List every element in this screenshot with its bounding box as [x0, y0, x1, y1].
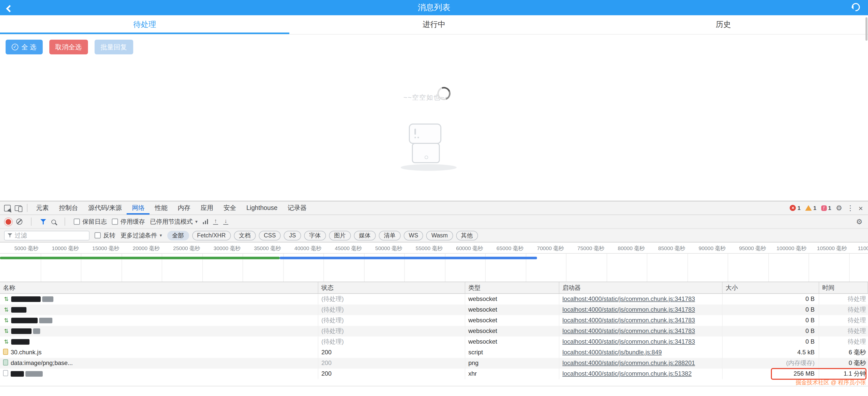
chevron-down-icon: ▾	[195, 219, 197, 224]
filter-pill-4[interactable]: JS	[284, 231, 301, 240]
network-request-row[interactable]: data:image/png;base...200pnglocalhost:40…	[0, 358, 868, 368]
column-header-3[interactable]: 启动器	[559, 282, 722, 293]
initiator-link[interactable]: localhost:4000/static/js/common.chunk.js…	[562, 338, 695, 345]
devtools-tab-2[interactable]: 源代码/来源	[83, 201, 127, 214]
column-header-0[interactable]: 名称	[0, 282, 318, 293]
devtools-tab-8[interactable]: Lighthouse	[241, 201, 282, 214]
scrollbar[interactable]	[865, 17, 867, 41]
robot-illustration-shadow	[401, 164, 457, 171]
disable-cache-label: 停用缓存	[121, 217, 145, 226]
network-request-row[interactable]: ⇅(待处理)websocketlocalhost:4000/static/js/…	[0, 315, 868, 326]
record-network-log-button[interactable]	[6, 219, 11, 225]
timeline-tick: 40000 毫秒	[284, 245, 321, 252]
devtools-tab-bar: 元素控制台源代码/来源网络性能内存应用安全Lighthouse记录器 × 1 1…	[0, 201, 868, 215]
devtools-tab-5[interactable]: 内存	[173, 201, 195, 214]
app-tab-0[interactable]: 待处理	[0, 15, 289, 34]
preserve-log-checkbox[interactable]: 保留日志	[74, 217, 107, 226]
batch-reply-button[interactable]: 批量回复	[94, 40, 133, 55]
import-har-button[interactable]: ↑	[213, 219, 218, 225]
invert-filter-checkbox[interactable]: 反转	[95, 231, 116, 240]
network-settings-gear-icon[interactable]: ⚙	[856, 218, 862, 225]
disable-cache-checkbox[interactable]: 停用缓存	[112, 217, 145, 226]
close-devtools-icon[interactable]: ×	[858, 204, 863, 212]
filter-pill-2[interactable]: 文档	[234, 231, 256, 240]
more-filters-dropdown[interactable]: 更多过滤条件 ▾	[121, 231, 162, 240]
devtools-tab-7[interactable]: 安全	[218, 201, 241, 214]
filter-pill-1[interactable]: Fetch/XHR	[192, 231, 231, 240]
request-time-cell: 待处理	[819, 304, 868, 315]
error-count-badge[interactable]: × 1	[790, 205, 801, 211]
throttling-dropdown[interactable]: 已停用节流模式 ▾	[150, 217, 197, 226]
filter-pill-7[interactable]: 媒体	[354, 231, 376, 240]
filter-pill-6[interactable]: 图片	[329, 231, 351, 240]
devtools-tab-9[interactable]: 记录器	[282, 201, 312, 214]
app-tab-2[interactable]: 历史	[579, 15, 868, 34]
app-tab-1[interactable]: 进行中	[289, 15, 579, 34]
refresh-button[interactable]	[852, 3, 861, 12]
timeline-overview[interactable]	[0, 254, 868, 282]
network-conditions-icon[interactable]	[203, 219, 208, 224]
issues-count-badge[interactable]: ! 1	[821, 205, 831, 211]
initiator-link[interactable]: localhost:4000/static/js/common.chunk.js…	[562, 295, 695, 302]
initiator-link[interactable]: localhost:4000/static/js/common.chunk.js…	[562, 317, 695, 324]
devtools-tab-6[interactable]: 应用	[195, 201, 218, 214]
initiator-link[interactable]: localhost:4000/static/js/common.chunk.js…	[562, 370, 691, 377]
chevron-down-icon: ▾	[160, 233, 162, 238]
devtools-tab-4[interactable]: 性能	[150, 201, 173, 214]
image-file-icon	[3, 359, 8, 365]
devtools-tab-3[interactable]: 网络	[127, 201, 150, 214]
network-request-row[interactable]: ⇅(待处理)websocketlocalhost:4000/static/js/…	[0, 326, 868, 336]
filter-pill-5[interactable]: 字体	[304, 231, 326, 240]
timeline-tick: 70000 毫秒	[526, 245, 564, 252]
websocket-icon: ⇅	[3, 316, 10, 326]
timeline-tick: 80000 毫秒	[607, 245, 645, 252]
filter-toggle-icon[interactable]	[40, 219, 46, 225]
column-header-5[interactable]: 时间	[819, 282, 868, 293]
initiator-link[interactable]: localhost:4000/static/js/common.chunk.js…	[562, 327, 695, 334]
screen: 消息列表 待处理进行中历史 ✓ 全 选 取消全选 批量回复 ~~空空如也~~ 元…	[0, 0, 868, 396]
request-time-cell: 0 毫秒	[819, 358, 868, 368]
timeline-ruler: 5000 毫秒10000 毫秒15000 毫秒20000 毫秒25000 毫秒3…	[0, 242, 868, 254]
devtools-bottom-space	[0, 386, 868, 395]
checkbox-icon	[95, 232, 101, 238]
device-toolbar-icon[interactable]	[15, 205, 21, 211]
filter-pill-10[interactable]: Wasm	[426, 231, 453, 240]
clear-network-log-button[interactable]	[16, 219, 22, 225]
request-name-cell: data:image/png;base...	[0, 358, 318, 368]
select-all-button[interactable]: ✓ 全 选	[6, 40, 42, 55]
network-filter-input[interactable]: 过滤	[4, 231, 90, 240]
column-header-2[interactable]: 类型	[465, 282, 559, 293]
filter-pill-11[interactable]: 其他	[456, 231, 478, 240]
devtools-tab-1[interactable]: 控制台	[54, 201, 83, 214]
filter-pill-8[interactable]: 清单	[379, 231, 401, 240]
filter-pill-9[interactable]: WS	[404, 231, 423, 240]
checkbox-icon	[74, 219, 80, 225]
network-request-row[interactable]: ⇅(待处理)websocketlocalhost:4000/static/js/…	[0, 304, 868, 315]
network-request-row[interactable]: ⇅(待处理)websocketlocalhost:4000/static/js/…	[0, 294, 868, 304]
throttling-value: 已停用节流模式	[150, 217, 193, 226]
initiator-link[interactable]: localhost:4000/static/js/common.chunk.js…	[562, 359, 695, 366]
warning-count-badge[interactable]: 1	[805, 205, 816, 211]
column-header-4[interactable]: 大小	[722, 282, 819, 293]
network-request-row[interactable]: ⇅(待处理)websocketlocalhost:4000/static/js/…	[0, 336, 868, 347]
settings-gear-icon[interactable]: ⚙	[836, 204, 842, 211]
initiator-link[interactable]: localhost:4000/static/js/bundle.js:849	[562, 349, 662, 356]
column-header-1[interactable]: 状态	[318, 282, 465, 293]
devtools-tab-0[interactable]: 元素	[31, 201, 54, 214]
network-request-row[interactable]: 30.chunk.js200scriptlocalhost:4000/stati…	[0, 347, 868, 358]
inspect-element-icon[interactable]	[4, 205, 11, 211]
network-request-row[interactable]: 200xhrlocalhost:4000/static/js/common.ch…	[0, 368, 868, 379]
request-type-cell: websocket	[465, 294, 559, 304]
initiator-link[interactable]: localhost:4000/static/js/common.chunk.js…	[562, 306, 695, 313]
request-name-cell: ⇅	[0, 294, 318, 304]
search-icon[interactable]	[51, 219, 56, 224]
request-type-cell: script	[465, 347, 559, 358]
export-har-button[interactable]: ↓	[223, 219, 228, 225]
filter-pill-0[interactable]: 全部	[167, 231, 189, 240]
kebab-menu-icon[interactable]: ⋮	[847, 204, 854, 211]
timeline-tick: 110000 毫秒	[850, 245, 868, 252]
cancel-select-button[interactable]: 取消全选	[49, 40, 88, 55]
filter-pill-3[interactable]: CSS	[259, 231, 281, 240]
request-type-cell: websocket	[465, 304, 559, 315]
request-initiator-cell: localhost:4000/static/js/common.chunk.js…	[559, 336, 722, 347]
